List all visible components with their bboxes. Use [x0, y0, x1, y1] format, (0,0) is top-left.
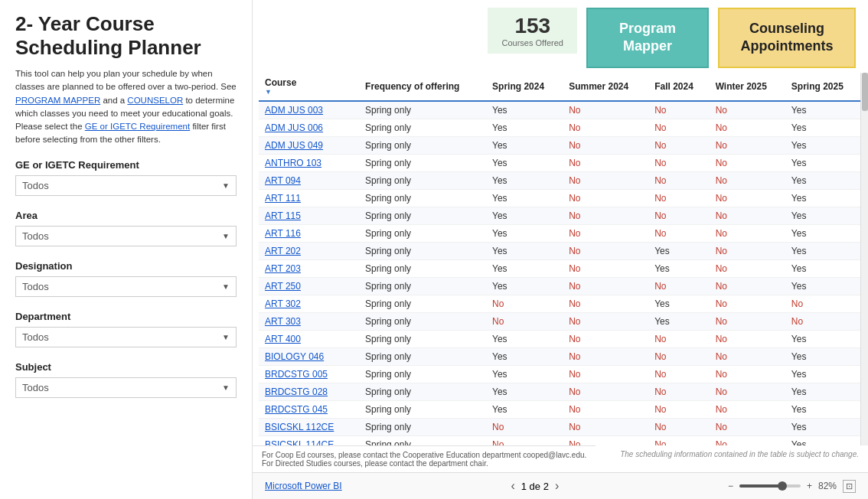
data-cell: Yes [785, 171, 862, 189]
table-row: BRDCSTG 005Spring onlyYesNoNoNoYes [259, 365, 862, 383]
zoom-percent: 82% [818, 481, 837, 491]
course-cell[interactable]: ART 115 [259, 207, 359, 224]
data-cell: Spring only [359, 330, 486, 347]
course-cell[interactable]: BSICSKL 114CE [259, 435, 359, 445]
data-cell: Yes [785, 277, 862, 295]
course-cell[interactable]: ART 111 [259, 189, 359, 207]
data-cell: No [648, 330, 709, 347]
data-cell: No [563, 154, 648, 171]
course-cell[interactable]: ART 250 [259, 277, 359, 295]
course-cell[interactable]: BRDCSTG 005 [259, 365, 359, 383]
prev-page-button[interactable]: ‹ [511, 479, 514, 493]
zoom-increase-button[interactable]: + [807, 481, 812, 491]
fit-screen-icon[interactable]: ⊡ [843, 480, 856, 493]
data-cell: No [710, 154, 785, 171]
table-body: ADM JUS 003Spring onlyYesNoNoNoYesADM JU… [259, 101, 862, 445]
table-header-row: Course ▼ Frequency of offering Spring 20… [259, 73, 862, 101]
data-cell: Yes [486, 400, 563, 418]
filter-area-select[interactable]: Todos ▼ [15, 226, 237, 246]
sort-icon: ▼ [265, 88, 353, 96]
course-cell[interactable]: BSICSKL 112CE [259, 418, 359, 435]
zoom-decrease-button[interactable]: − [728, 481, 733, 491]
course-cell[interactable]: ART 203 [259, 259, 359, 277]
course-cell[interactable]: ART 303 [259, 312, 359, 330]
course-cell[interactable]: ART 116 [259, 224, 359, 242]
power-bi-link[interactable]: Microsoft Power BI [265, 481, 342, 491]
data-cell: Spring only [359, 207, 486, 224]
program-mapper-link[interactable]: PROGRAM MAPPER [15, 96, 100, 105]
data-cell: Yes [486, 171, 563, 189]
data-cell: Spring only [359, 347, 486, 365]
course-cell[interactable]: BIOLOGY 046 [259, 347, 359, 365]
data-cell: Spring only [359, 277, 486, 295]
bottom-bar: Microsoft Power BI ‹ 1 de 2 › − + 82% ⊡ [253, 472, 868, 499]
zoom-controls: − + 82% ⊡ [728, 480, 856, 493]
course-cell[interactable]: ART 202 [259, 242, 359, 259]
table-container[interactable]: Course ▼ Frequency of offering Spring 20… [253, 73, 868, 445]
data-cell: Yes [785, 189, 862, 207]
table-row: BIOLOGY 046Spring onlyYesNoNoNoYes [259, 347, 862, 365]
next-page-button[interactable]: › [555, 479, 559, 493]
data-cell: Yes [486, 277, 563, 295]
data-cell: Spring only [359, 295, 486, 312]
data-cell: Yes [486, 136, 563, 154]
counseling-appointments-button[interactable]: CounselingAppointments [718, 8, 856, 68]
table-row: ADM JUS 003Spring onlyYesNoNoNoYes [259, 101, 862, 119]
filter-department-select[interactable]: Todos ▼ [15, 327, 237, 347]
data-cell: No [563, 171, 648, 189]
table-row: BRDCSTG 045Spring onlyYesNoNoNoYes [259, 400, 862, 418]
data-cell: Yes [486, 101, 563, 119]
table-row: ART 094Spring onlyYesNoNoNoYes [259, 171, 862, 189]
course-cell[interactable]: BRDCSTG 045 [259, 400, 359, 418]
data-cell: Yes [486, 347, 563, 365]
col-summer-2024: Summer 2024 [563, 73, 648, 101]
filter-department-label: Department [15, 311, 237, 322]
data-cell: Yes [785, 383, 862, 400]
data-cell: No [710, 347, 785, 365]
col-frequency: Frequency of offering [359, 73, 486, 101]
zoom-bar[interactable] [739, 484, 801, 488]
scrollbar-track[interactable] [860, 73, 868, 445]
filter-designation-select[interactable]: Todos ▼ [15, 276, 237, 297]
data-cell: No [563, 365, 648, 383]
filter-department-value: Todos [22, 331, 49, 343]
data-cell: Spring only [359, 101, 486, 119]
data-cell: No [710, 435, 785, 445]
ge-igetc-link[interactable]: GE or IGETC Requirement [85, 122, 190, 131]
data-cell: No [486, 435, 563, 445]
description: This tool can help you plan your schedul… [15, 67, 237, 147]
data-cell: Spring only [359, 119, 486, 136]
data-cell: No [648, 277, 709, 295]
course-cell[interactable]: ART 302 [259, 295, 359, 312]
data-cell: No [563, 418, 648, 435]
data-cell: No [563, 207, 648, 224]
course-cell[interactable]: ADM JUS 006 [259, 119, 359, 136]
table-row: ART 111Spring onlyYesNoNoNoYes [259, 189, 862, 207]
data-cell: No [710, 242, 785, 259]
counselor-link[interactable]: COUNSELOR [127, 96, 183, 105]
filter-subject-select[interactable]: Todos ▼ [15, 377, 237, 398]
content-area: 153 Courses Offered ProgramMapper Counse… [253, 0, 868, 499]
data-cell: Spring only [359, 259, 486, 277]
courses-table: Course ▼ Frequency of offering Spring 20… [259, 73, 862, 445]
data-cell: No [563, 101, 648, 119]
program-mapper-button[interactable]: ProgramMapper [586, 8, 709, 68]
course-cell[interactable]: ADM JUS 003 [259, 101, 359, 119]
course-cell[interactable]: ART 400 [259, 330, 359, 347]
data-cell: No [648, 418, 709, 435]
scrollbar-thumb[interactable] [862, 73, 868, 111]
chevron-down-icon-5: ▼ [222, 383, 230, 392]
table-row: ART 400Spring onlyYesNoNoNoYes [259, 330, 862, 347]
filter-ge-igetc-select[interactable]: Todos ▼ [15, 175, 237, 196]
data-cell: No [563, 242, 648, 259]
data-cell: No [710, 400, 785, 418]
data-cell: Spring only [359, 171, 486, 189]
course-cell[interactable]: ADM JUS 049 [259, 136, 359, 154]
course-cell[interactable]: ANTHRO 103 [259, 154, 359, 171]
zoom-handle[interactable] [778, 481, 787, 491]
page-title: 2- Year Course Scheduling Planner [15, 12, 237, 60]
zoom-bar-fill [739, 484, 779, 488]
table-row: ART 303Spring onlyNoNoYesNoNo [259, 312, 862, 330]
course-cell[interactable]: BRDCSTG 028 [259, 383, 359, 400]
course-cell[interactable]: ART 094 [259, 171, 359, 189]
